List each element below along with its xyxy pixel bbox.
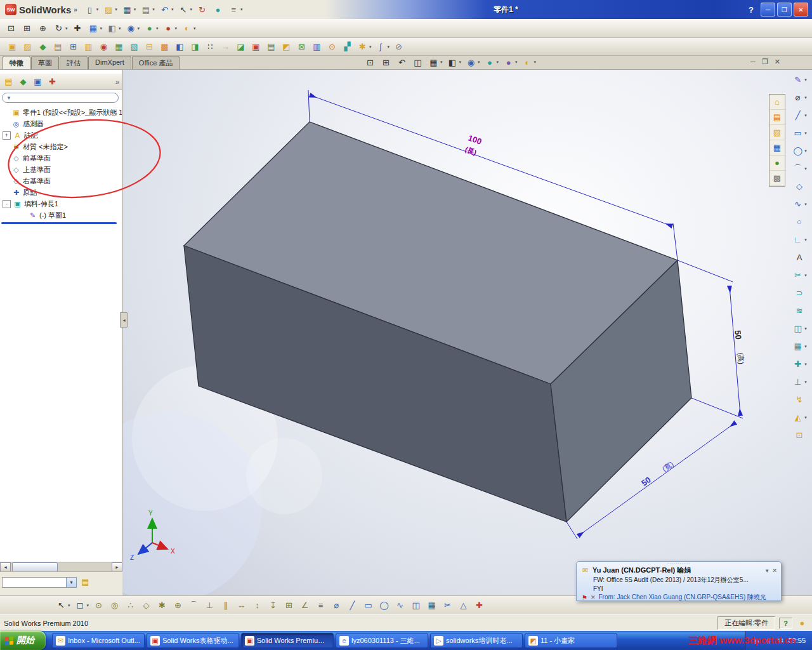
dimension-width-value[interactable]: 50 [639, 475, 653, 488]
task-solidworks-table[interactable]: ▣ Solid Works表格驱动... [147, 633, 239, 648]
hud-hide-show-items[interactable]: ◉ ▾ [464, 56, 481, 69]
dropdown-caret-icon[interactable]: ▾ [804, 166, 807, 171]
tree-item-front-plane[interactable]: ◇ 前基準面 [0, 152, 122, 164]
restore-button[interactable]: ❒ [777, 3, 792, 17]
dropdown-caret-icon[interactable]: ▾ [193, 26, 196, 31]
arc-tool[interactable]: ⌒ ▾ [792, 160, 807, 177]
dropdown-caret-icon[interactable]: ▾ [497, 60, 499, 65]
tab-sketch[interactable]: 草圖 [31, 56, 59, 69]
macro-tool-12[interactable]: ◧ [173, 40, 187, 53]
length-snap[interactable]: ↧ [266, 599, 280, 612]
tree-item-annotations[interactable]: + A 註記 [0, 129, 122, 141]
dropdown-caret-icon[interactable]: ▾ [175, 26, 178, 31]
detach-tool[interactable]: ⊘ [391, 40, 406, 53]
spline-snap[interactable]: ∿ [393, 599, 407, 612]
macro-tool-1[interactable]: ▣ [5, 40, 20, 53]
tree-item-boss-extrude1[interactable]: - ▣ 填料-伸長1 [0, 198, 122, 209]
dropdown-caret-icon[interactable]: ▾ [369, 44, 372, 50]
hud-edit-appearance[interactable]: ● ▾ [483, 56, 501, 69]
close-button[interactable]: ✕ [794, 3, 808, 17]
tree-filter-input[interactable] [14, 94, 114, 102]
rectangle-tool[interactable]: ▭ ▾ [792, 124, 807, 142]
graphics-area[interactable]: 100 (長) 50 (高) 50 (寬) [122, 70, 812, 595]
line-snap[interactable]: ╱ [345, 599, 360, 612]
dropdown-caret-icon[interactable]: ▾ [100, 26, 103, 31]
vertical-snap[interactable]: ↕ [250, 599, 265, 612]
macro-tool-8[interactable]: ▦ [112, 40, 126, 53]
dropdown-caret-icon[interactable]: ▾ [68, 603, 70, 608]
hud-previous-view[interactable]: ↶ [395, 56, 409, 69]
tree-expand-toggle[interactable] [3, 189, 10, 196]
tree-expand-toggle[interactable]: + [3, 131, 11, 140]
dropdown-caret-icon[interactable]: ▾ [804, 131, 807, 136]
popup-close-icon[interactable]: ✕ [772, 567, 777, 574]
rebuild-button[interactable]: ↻ [195, 3, 209, 17]
tree-item-top-plane[interactable]: ◇ 上基準面 [0, 164, 122, 175]
dropdown-caret-icon[interactable]: ▾ [459, 60, 462, 65]
dimension-height-value[interactable]: 50 [733, 330, 743, 340]
hud-zoom-to-area[interactable]: ⊞ [379, 56, 393, 69]
select-button[interactable]: ↖ ▾ [176, 3, 193, 17]
macro-tool-13[interactable]: ◨ [188, 40, 202, 53]
task-solidworks-premium[interactable]: ▣ Solid Works Premium ... [241, 633, 334, 648]
scroll-left-icon[interactable]: ◄ [0, 562, 11, 572]
task-training-video[interactable]: ▷ solidworks培训时老... [430, 633, 523, 648]
zoom-in-out-button[interactable]: ⊕ [36, 22, 50, 35]
dropdown-caret-icon[interactable]: ▾ [804, 415, 807, 420]
display-relations-tool[interactable]: ⊥ ▾ [792, 373, 807, 390]
selection-arrow-tool[interactable]: ↖ ▾ [54, 599, 72, 612]
delete-icon[interactable]: ✕ [591, 594, 596, 600]
dropdown-caret-icon[interactable]: ▾ [138, 26, 140, 31]
tree-item-right-plane[interactable]: ◇ 右基準面 [0, 175, 122, 187]
dropdown-caret-icon[interactable]: ▾ [152, 7, 155, 12]
spellcheck-tool[interactable]: ✱ ▾ [355, 40, 373, 53]
ellipse-tool[interactable]: ○ [794, 213, 806, 230]
featuremanager-tab[interactable]: ▤ [3, 76, 15, 88]
pan-view-button[interactable]: ✚ [70, 22, 85, 35]
tab-evaluate[interactable]: 評估 [60, 56, 88, 69]
display-pane-combo[interactable]: ▼ [2, 577, 77, 588]
scrollbar-thumb[interactable] [12, 562, 58, 572]
rollback-bar[interactable] [1, 222, 117, 224]
macro-tool-4[interactable]: ▤ [51, 40, 65, 53]
smart-dimension-tool[interactable]: ⌀ ▾ [792, 89, 807, 106]
email-sender[interactable]: Yu Juan (CN.DGCPT-Rel) 喻娟 [593, 566, 691, 575]
dropdown-caret-icon[interactable]: ▾ [115, 7, 117, 12]
sketch-relations-toggle[interactable]: ≡ [313, 599, 328, 612]
propertymanager-tab[interactable]: ◆ [17, 76, 29, 88]
email-alert-popup[interactable]: ··········· ✉ Yu Juan (CN.DGCPT-Rel) 喻娟 … [576, 561, 782, 601]
dropdown-caret-icon[interactable]: ▾ [804, 273, 807, 278]
circle-tool[interactable]: ◯ ▾ [792, 142, 807, 159]
hud-zoom-to-fit[interactable]: ⊡ [363, 56, 377, 69]
document-close-button[interactable]: ✕ [775, 58, 780, 66]
offset-entities-tool[interactable]: ≋ [794, 302, 806, 319]
repair-sketch-tool[interactable]: ↯ [794, 391, 806, 408]
macro-tool-17[interactable]: ▣ [249, 40, 263, 53]
dropdown-caret-icon[interactable]: ▾ [156, 26, 159, 31]
view-palette-tab[interactable]: ▦ [769, 140, 785, 156]
dropdown-caret-icon[interactable]: ▾ [440, 60, 443, 65]
panel-splitter-handle[interactable]: ◄ [120, 312, 128, 328]
view-settings-button[interactable]: ◐ ▾ [180, 22, 197, 35]
rapid-sketch-tool[interactable]: ⊡ [794, 427, 806, 444]
dropdown-caret-icon[interactable]: ▾ [87, 603, 89, 608]
dropdown-caret-icon[interactable]: ▾ [804, 380, 807, 385]
custom-properties-tab[interactable]: ▩ [769, 171, 785, 186]
file-explorer-tab[interactable]: ▨ [769, 125, 785, 140]
tab-features[interactable]: 特徵 [3, 56, 30, 69]
dropdown-caret-icon[interactable]: ▾ [240, 7, 243, 12]
tab-office-products[interactable]: Office 產品 [132, 56, 180, 69]
rotate-view-button[interactable]: ↻ ▾ [51, 22, 69, 35]
zoom-to-area-button[interactable]: ⊞ [20, 22, 34, 35]
view-orientation-button[interactable]: ▦ ▾ [86, 22, 104, 35]
grid-snap[interactable]: ⊞ [282, 599, 296, 612]
display-style-button[interactable]: ◧ ▾ [105, 22, 122, 35]
hud-section-view[interactable]: ◫ [410, 56, 425, 69]
dropdown-caret-icon[interactable]: ▾ [804, 237, 807, 242]
mirror-snap[interactable]: ◫ [409, 599, 423, 612]
tree-filter[interactable]: ▼ [2, 93, 119, 103]
angle-snap[interactable]: ∠ [298, 599, 312, 612]
hud-view-orientation[interactable]: ▦ ▾ [426, 56, 444, 69]
email-from-line[interactable]: From: Jack Chen Xiao Guang (CN.GRP-QSA&E… [599, 593, 767, 602]
measure-snap[interactable]: △ [456, 599, 471, 612]
